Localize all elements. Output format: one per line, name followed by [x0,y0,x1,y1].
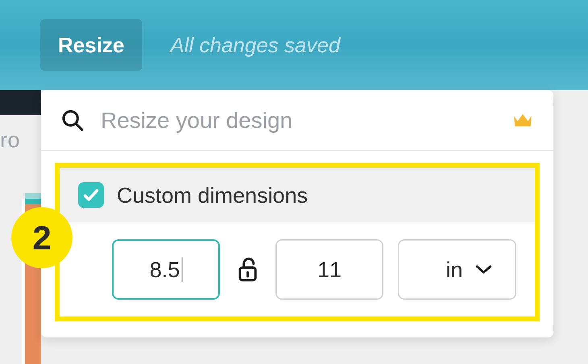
resize-search-input[interactable] [101,107,533,133]
width-value: 8.5 [149,257,180,282]
width-input[interactable]: 8.5 [112,239,220,300]
custom-dimensions-row[interactable]: Custom dimensions [60,168,535,222]
custom-dimensions-checkbox[interactable] [78,182,104,208]
custom-dimensions-label: Custom dimensions [117,183,308,208]
lock-open-icon [236,256,259,283]
unit-select[interactable]: in [398,239,516,300]
save-status: All changes saved [170,33,340,57]
resize-dropdown-panel: 2 Custom dimensions 8.5 [41,90,553,337]
sidebar-fragment [0,90,41,115]
app-header: Resize All changes saved [0,0,588,90]
background-text-fragment: ro [0,129,20,150]
height-input[interactable] [275,239,383,300]
resize-search-row [41,90,553,151]
dimension-inputs-row: 8.5 in [60,222,535,317]
check-icon [82,186,100,204]
search-icon [61,109,84,132]
custom-dimensions-highlight: 2 Custom dimensions 8.5 [55,163,540,321]
step-badge: 2 [11,207,72,268]
resize-button[interactable]: Resize [40,19,142,71]
lock-aspect-button[interactable] [234,256,261,283]
text-caret [182,257,182,282]
unit-value: in [446,257,463,282]
chevron-down-icon [475,263,493,276]
crown-icon [512,110,533,131]
svg-line-1 [76,124,82,130]
